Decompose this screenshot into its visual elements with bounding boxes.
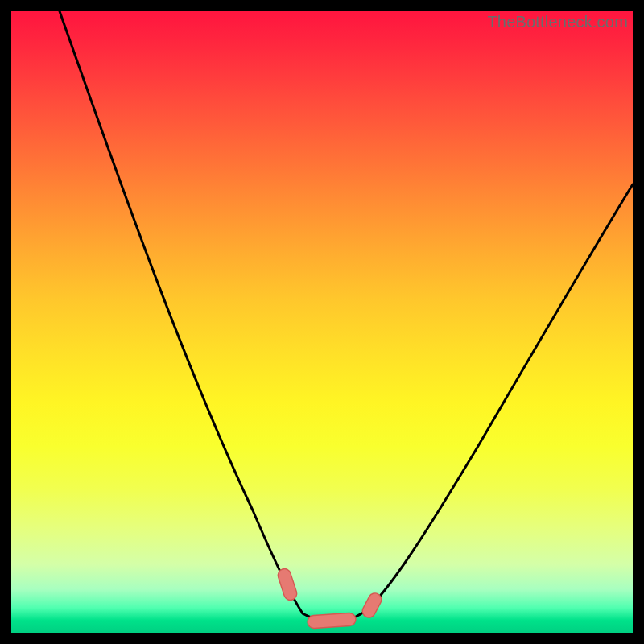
right-nub-marker	[360, 591, 383, 620]
plot-area	[11, 11, 633, 633]
watermark-text: TheBottleneck.com	[487, 13, 628, 31]
svg-rect-2	[308, 613, 357, 629]
left-curve	[60, 11, 303, 613]
curve-layer	[11, 11, 633, 633]
svg-rect-0	[276, 568, 299, 602]
chart-frame: TheBottleneck.com	[0, 0, 644, 644]
svg-rect-1	[360, 591, 383, 620]
bottom-nub-marker	[308, 613, 357, 629]
left-nub-marker	[276, 568, 299, 602]
right-curve	[365, 184, 633, 611]
